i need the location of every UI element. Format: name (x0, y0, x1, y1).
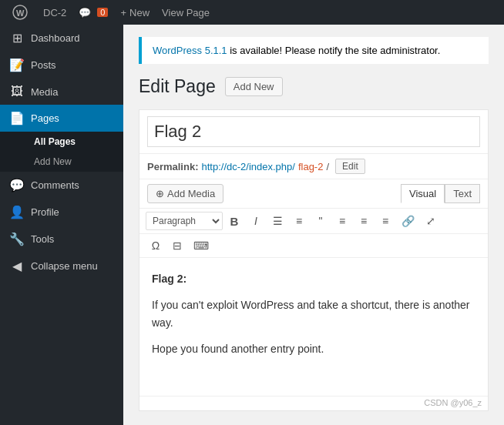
sidebar-label-dashboard: Dashboard (31, 32, 80, 44)
blockquote-button[interactable]: " (311, 212, 331, 229)
comment-icon: 💬 (79, 7, 91, 18)
keyboard-button[interactable]: ⌨ (189, 237, 213, 254)
profile-icon: 👤 (9, 205, 25, 219)
content-para-2: Hope you found another entry point. (152, 340, 475, 357)
new-label: New (129, 7, 150, 18)
special-char-button[interactable]: Ω (146, 237, 166, 254)
permalink-edit-button[interactable]: Edit (335, 159, 365, 174)
paragraph-select[interactable]: Paragraph (146, 212, 223, 230)
content-para-1: If you can't exploit WordPress and take … (152, 296, 475, 331)
content-heading: Flag 2: (152, 270, 475, 287)
editor-footer: CSDN @y06_z (139, 396, 488, 410)
sidebar-item-profile[interactable]: 👤 Profile (0, 199, 123, 226)
wp-icon: W (12, 5, 28, 20)
permalink-slug-link[interactable]: flag-2 (298, 161, 324, 172)
admin-bar-comments[interactable]: 💬 0 (72, 0, 114, 25)
sidebar-item-dashboard[interactable]: ⊞ Dashboard (0, 25, 123, 52)
permalink-row: Permalink: http://dc-2/index.php/flag-2/… (139, 153, 488, 179)
pages-icon: 📄 (9, 111, 25, 125)
align-right-button[interactable]: ≡ (375, 212, 395, 229)
update-notice: WordPress 5.1.1 is available! Please not… (139, 37, 489, 64)
tools-icon: 🔧 (9, 232, 25, 246)
italic-button[interactable]: I (246, 212, 266, 229)
sidebar-item-pages[interactable]: 📄 Pages (0, 105, 123, 132)
editor-content[interactable]: Flag 2: If you can't exploit WordPress a… (139, 257, 488, 396)
add-media-button[interactable]: ⊕ Add Media (147, 184, 223, 203)
view-page-label: View Page (162, 7, 210, 18)
page-title-input[interactable] (147, 116, 480, 147)
sidebar-add-new-page[interactable]: Add New (0, 152, 123, 172)
sidebar-label-media: Media (31, 86, 58, 98)
align-center-button[interactable]: ≡ (354, 212, 374, 229)
format-bar-1: Paragraph B I ☰ ≡ " ≡ ≡ ≡ 🔗 ⤢ (139, 208, 488, 233)
sidebar-label-profile: Profile (31, 206, 59, 218)
svg-text:W: W (16, 8, 25, 18)
pages-submenu: All Pages Add New (0, 132, 123, 172)
editor-toolbar-top: ⊕ Add Media Visual Text (139, 179, 488, 208)
comments-icon: 💬 (9, 178, 25, 192)
align-left-button[interactable]: ≡ (332, 212, 352, 229)
editor-box: Permalink: http://dc-2/index.php/flag-2/… (139, 109, 489, 411)
visual-text-tabs: Visual Text (401, 184, 480, 203)
media-icon: 🖼 (9, 85, 25, 99)
watermark-text: CSDN @y06_z (424, 398, 482, 407)
tab-visual[interactable]: Visual (401, 184, 445, 203)
sidebar-label-comments: Comments (31, 179, 79, 191)
dashboard-icon: ⊞ (9, 31, 25, 45)
permalink-base-link[interactable]: http://dc-2/index.php/ (201, 161, 294, 172)
site-name: DC-2 (43, 7, 66, 18)
sidebar: ⊞ Dashboard 📝 Posts 🖼 Media 📄 Pages All … (0, 0, 123, 425)
ul-button[interactable]: ☰ (267, 212, 287, 229)
sidebar-label-pages: Pages (31, 112, 59, 124)
sidebar-label-posts: Posts (31, 59, 56, 71)
permalink-slash: / (326, 161, 329, 172)
sidebar-collapse[interactable]: ◀ Collapse menu (0, 253, 123, 279)
collapse-icon: ◀ (9, 259, 25, 273)
title-row (139, 110, 488, 153)
plus-icon: + (120, 7, 126, 18)
posts-icon: 📝 (9, 58, 25, 72)
sidebar-all-pages[interactable]: All Pages (0, 132, 123, 152)
wp-version-link[interactable]: WordPress 5.1.1 (153, 45, 227, 56)
admin-bar: W DC-2 💬 0 + New View Page (0, 0, 504, 25)
admin-bar-view-page[interactable]: View Page (156, 0, 216, 25)
link-button[interactable]: 🔗 (397, 212, 419, 229)
add-media-icon: ⊕ (156, 188, 164, 199)
admin-bar-site[interactable]: DC-2 (37, 0, 72, 25)
permalink-label: Permalink: (147, 161, 198, 172)
indent-button[interactable]: ⊟ (167, 237, 187, 254)
sidebar-label-tools: Tools (31, 233, 54, 245)
bold-button[interactable]: B (224, 212, 244, 230)
notice-text: is available! Please notify the site adm… (227, 45, 441, 56)
wp-logo-item[interactable]: W (6, 0, 37, 25)
format-bar-2: Ω ⊟ ⌨ (139, 233, 488, 257)
fullscreen-button[interactable]: ⤢ (421, 212, 441, 229)
sidebar-item-media[interactable]: 🖼 Media (0, 79, 123, 105)
sidebar-item-posts[interactable]: 📝 Posts (0, 52, 123, 79)
sidebar-label-collapse: Collapse menu (31, 260, 98, 272)
sidebar-item-comments[interactable]: 💬 Comments (0, 172, 123, 199)
tab-text[interactable]: Text (445, 184, 480, 203)
admin-bar-new[interactable]: + New (114, 0, 156, 25)
ol-button[interactable]: ≡ (289, 212, 309, 229)
add-media-label: Add Media (167, 188, 215, 199)
comment-count: 0 (97, 8, 108, 17)
sidebar-item-tools[interactable]: 🔧 Tools (0, 226, 123, 253)
page-title: Edit Page (139, 76, 216, 97)
main-content: WordPress 5.1.1 is available! Please not… (123, 0, 504, 425)
add-new-button[interactable]: Add New (225, 77, 283, 96)
page-header: Edit Page Add New (139, 76, 489, 97)
